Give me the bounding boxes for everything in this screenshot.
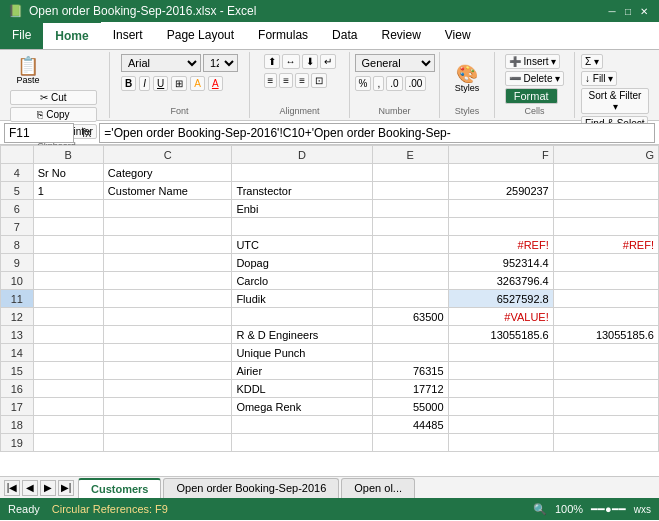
wrap-text-button[interactable]: ↵ — [320, 54, 336, 69]
cell-f6[interactable] — [448, 200, 553, 218]
cell-f4[interactable] — [448, 164, 553, 182]
cell-g15[interactable] — [553, 362, 658, 380]
name-box[interactable] — [4, 123, 74, 143]
cell-f18[interactable] — [448, 416, 553, 434]
cell-d18[interactable] — [232, 416, 372, 434]
cell-f17[interactable] — [448, 398, 553, 416]
sheet-nav-next[interactable]: ▶ — [40, 480, 56, 496]
cell-f14[interactable] — [448, 344, 553, 362]
cell-e8[interactable] — [372, 236, 448, 254]
align-bottom-button[interactable]: ⬇ — [302, 54, 318, 69]
cell-b4[interactable]: Sr No — [33, 164, 103, 182]
paste-button[interactable]: 📋 Paste — [10, 54, 46, 88]
row-header-19[interactable]: 19 — [1, 434, 34, 452]
percent-button[interactable]: % — [355, 76, 372, 91]
cell-e12[interactable]: 63500 — [372, 308, 448, 326]
cell-e19[interactable] — [372, 434, 448, 452]
tab-page-layout[interactable]: Page Layout — [155, 21, 246, 49]
cell-c15[interactable] — [103, 362, 232, 380]
cell-c6[interactable] — [103, 200, 232, 218]
cell-d13[interactable]: R & D Engineers — [232, 326, 372, 344]
copy-button[interactable]: ⎘ Copy — [10, 107, 97, 122]
cell-f10[interactable]: 3263796.4 — [448, 272, 553, 290]
cell-g13[interactable]: 13055185.6 — [553, 326, 658, 344]
fill-button[interactable]: ↓ Fill ▾ — [581, 71, 617, 86]
cell-c13[interactable] — [103, 326, 232, 344]
font-color-button[interactable]: A — [208, 76, 223, 91]
cell-g19[interactable] — [553, 434, 658, 452]
minimize-button[interactable]: ─ — [605, 4, 619, 18]
fill-color-button[interactable]: A — [190, 76, 205, 91]
row-header-6[interactable]: 6 — [1, 200, 34, 218]
align-left-button[interactable]: ≡ — [264, 73, 278, 88]
cell-b14[interactable] — [33, 344, 103, 362]
cell-e15[interactable]: 76315 — [372, 362, 448, 380]
cell-b10[interactable] — [33, 272, 103, 290]
col-header-f[interactable]: F — [448, 146, 553, 164]
row-header-10[interactable]: 10 — [1, 272, 34, 290]
comma-button[interactable]: , — [373, 76, 384, 91]
cell-c19[interactable] — [103, 434, 232, 452]
sheet-nav-last[interactable]: ▶| — [58, 480, 74, 496]
number-format-select[interactable]: General — [355, 54, 435, 72]
cell-g12[interactable] — [553, 308, 658, 326]
cell-d5[interactable]: Transtector — [232, 182, 372, 200]
sheet-nav-first[interactable]: |◀ — [4, 480, 20, 496]
align-center-button[interactable]: ≡ — [279, 73, 293, 88]
align-top-button[interactable]: ⬆ — [264, 54, 280, 69]
col-header-d[interactable]: D — [232, 146, 372, 164]
cell-f11[interactable]: 6527592.8 — [448, 290, 553, 308]
cell-c5[interactable]: Customer Name — [103, 182, 232, 200]
cell-f12[interactable]: #VALUE! — [448, 308, 553, 326]
row-header-14[interactable]: 14 — [1, 344, 34, 362]
tab-open-ol[interactable]: Open ol... — [341, 478, 415, 498]
cell-e5[interactable] — [372, 182, 448, 200]
cell-d8[interactable]: UTC — [232, 236, 372, 254]
align-middle-button[interactable]: ↔ — [282, 54, 300, 69]
cell-e18[interactable]: 44485 — [372, 416, 448, 434]
delete-cells-button[interactable]: ➖ Delete ▾ — [505, 71, 564, 86]
cell-f16[interactable] — [448, 380, 553, 398]
row-header-4[interactable]: 4 — [1, 164, 34, 182]
cell-b8[interactable] — [33, 236, 103, 254]
cell-f5[interactable]: 2590237 — [448, 182, 553, 200]
cell-g11[interactable] — [553, 290, 658, 308]
align-right-button[interactable]: ≡ — [295, 73, 309, 88]
row-header-18[interactable]: 18 — [1, 416, 34, 434]
cell-b19[interactable] — [33, 434, 103, 452]
cell-g17[interactable] — [553, 398, 658, 416]
cell-g14[interactable] — [553, 344, 658, 362]
cell-b12[interactable] — [33, 308, 103, 326]
cell-g6[interactable] — [553, 200, 658, 218]
cell-d10[interactable]: Carclo — [232, 272, 372, 290]
bold-button[interactable]: B — [121, 76, 136, 91]
cut-button[interactable]: ✂ Cut — [10, 90, 97, 105]
cell-g10[interactable] — [553, 272, 658, 290]
col-header-c[interactable]: C — [103, 146, 232, 164]
cell-f19[interactable] — [448, 434, 553, 452]
cell-c10[interactable] — [103, 272, 232, 290]
cell-d17[interactable]: Omega Renk — [232, 398, 372, 416]
cell-c14[interactable] — [103, 344, 232, 362]
row-header-7[interactable]: 7 — [1, 218, 34, 236]
cell-b17[interactable] — [33, 398, 103, 416]
cell-d15[interactable]: Airier — [232, 362, 372, 380]
cell-c17[interactable] — [103, 398, 232, 416]
font-size-select[interactable]: 12 — [203, 54, 238, 72]
row-header-13[interactable]: 13 — [1, 326, 34, 344]
cell-b16[interactable] — [33, 380, 103, 398]
col-header-b[interactable]: B — [33, 146, 103, 164]
cell-c16[interactable] — [103, 380, 232, 398]
row-header-15[interactable]: 15 — [1, 362, 34, 380]
maximize-button[interactable]: □ — [621, 4, 635, 18]
tab-open-order-sep-2016[interactable]: Open order Booking-Sep-2016 — [163, 478, 339, 498]
row-header-11[interactable]: 11 — [1, 290, 34, 308]
cell-d16[interactable]: KDDL — [232, 380, 372, 398]
cell-g8[interactable]: #REF! — [553, 236, 658, 254]
cell-b15[interactable] — [33, 362, 103, 380]
format-button[interactable]: Format — [505, 88, 558, 104]
cell-d11[interactable]: Fludik — [232, 290, 372, 308]
decrease-decimal-button[interactable]: .00 — [405, 76, 427, 91]
col-header-e[interactable]: E — [372, 146, 448, 164]
cell-c18[interactable] — [103, 416, 232, 434]
